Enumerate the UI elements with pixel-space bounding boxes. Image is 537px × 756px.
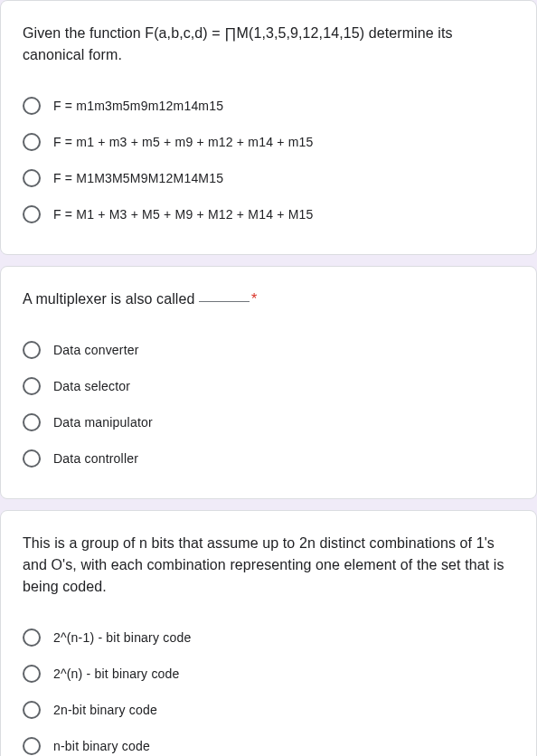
- option-label: F = m1 + m3 + m5 + m9 + m12 + m14 + m15: [53, 133, 314, 151]
- radio-icon: [23, 377, 41, 395]
- radio-icon: [23, 628, 41, 647]
- required-asterisk: *: [251, 291, 257, 307]
- radio-icon: [23, 665, 41, 683]
- radio-option[interactable]: 2^(n-1) - bit binary code: [23, 619, 514, 656]
- question-prompt: This is a group of n bits that assume up…: [23, 535, 504, 594]
- option-label: F = M1M3M5M9M12M14M15: [53, 169, 223, 187]
- option-label: Data selector: [53, 377, 130, 395]
- radio-icon: [23, 97, 41, 115]
- option-label: 2^(n) - bit binary code: [53, 665, 180, 683]
- radio-icon: [23, 205, 41, 223]
- radio-icon: [23, 133, 41, 151]
- question-card-2: A multiplexer is also called * Data conv…: [0, 266, 537, 499]
- radio-option[interactable]: F = m1m3m5m9m12m14m15: [23, 88, 514, 124]
- question-card-3: This is a group of n bits that assume up…: [0, 510, 537, 756]
- radio-icon: [23, 413, 41, 431]
- option-label: 2^(n-1) - bit binary code: [53, 628, 191, 647]
- option-label: Data controller: [53, 449, 138, 468]
- radio-icon: [23, 701, 41, 719]
- fill-blank: [199, 301, 250, 302]
- question-text: Given the function F(a,b,c,d) = ∏M(1,3,5…: [23, 23, 514, 66]
- radio-option[interactable]: Data selector: [23, 368, 514, 404]
- option-group: Data converter Data selector Data manipu…: [23, 325, 514, 477]
- question-text: A multiplexer is also called *: [23, 288, 514, 310]
- radio-icon: [23, 169, 41, 187]
- radio-option[interactable]: 2^(n) - bit binary code: [23, 656, 514, 692]
- radio-icon: [23, 737, 41, 755]
- option-group: F = m1m3m5m9m12m14m15 F = m1 + m3 + m5 +…: [23, 80, 514, 232]
- option-group: 2^(n-1) - bit binary code 2^(n) - bit bi…: [23, 612, 514, 756]
- radio-option[interactable]: n-bit binary code: [23, 728, 514, 756]
- radio-option[interactable]: F = M1 + M3 + M5 + M9 + M12 + M14 + M15: [23, 196, 514, 232]
- option-label: Data converter: [53, 341, 139, 359]
- radio-option[interactable]: F = m1 + m3 + m5 + m9 + m12 + m14 + m15: [23, 124, 514, 160]
- option-label: F = m1m3m5m9m12m14m15: [53, 97, 223, 115]
- radio-icon: [23, 341, 41, 359]
- radio-option[interactable]: Data converter: [23, 332, 514, 368]
- radio-option[interactable]: Data controller: [23, 440, 514, 477]
- question-prompt: Given the function F(a,b,c,d) = ∏M(1,3,5…: [23, 25, 453, 62]
- question-card-1: Given the function F(a,b,c,d) = ∏M(1,3,5…: [0, 0, 537, 255]
- radio-option[interactable]: 2n-bit binary code: [23, 692, 514, 728]
- option-label: Data manipulator: [53, 413, 153, 431]
- radio-option[interactable]: Data manipulator: [23, 404, 514, 440]
- option-label: F = M1 + M3 + M5 + M9 + M12 + M14 + M15: [53, 205, 314, 223]
- radio-option[interactable]: F = M1M3M5M9M12M14M15: [23, 160, 514, 196]
- question-prompt: A multiplexer is also called: [23, 291, 199, 307]
- question-text: This is a group of n bits that assume up…: [23, 533, 514, 598]
- option-label: n-bit binary code: [53, 737, 150, 755]
- option-label: 2n-bit binary code: [53, 701, 157, 719]
- radio-icon: [23, 449, 41, 468]
